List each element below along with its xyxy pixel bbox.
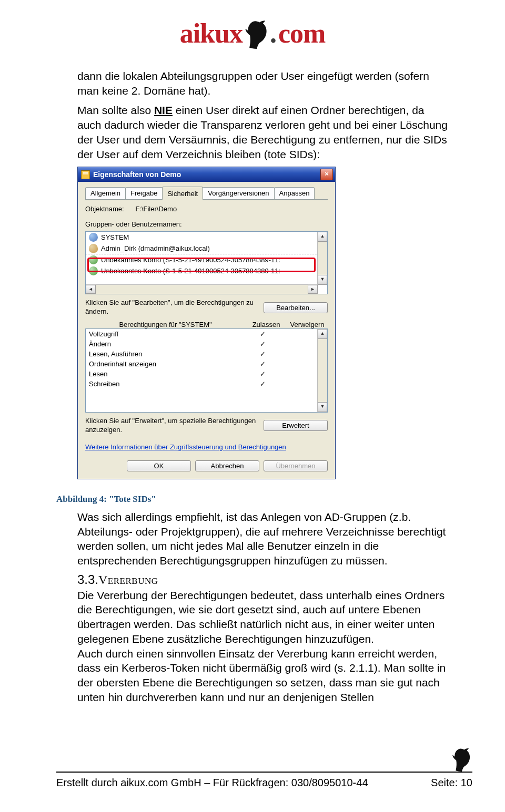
ok-button[interactable]: OK bbox=[127, 460, 191, 471]
list-item: Unbekanntes Konto (S-1-5-21-491900524-30… bbox=[86, 254, 327, 265]
figure-caption: Abbildung 4: "Tote SIDs" bbox=[56, 494, 449, 505]
scroll-up-icon[interactable]: ▲ bbox=[318, 232, 327, 242]
scroll-right-icon[interactable]: ► bbox=[308, 285, 318, 294]
edit-hint: Klicken Sie auf "Bearbeiten", um die Ber… bbox=[85, 299, 258, 316]
list-item: Unbekanntes Konto (S-1-5-21-491900524-30… bbox=[86, 265, 327, 276]
tab-freigabe[interactable]: Freigabe bbox=[125, 187, 163, 199]
paragraph-3: Was sich allerdings empfiehlt, ist das A… bbox=[56, 510, 449, 568]
group-icon bbox=[89, 233, 98, 242]
vertical-scrollbar[interactable]: ▲ ▼ bbox=[317, 232, 327, 285]
edit-button[interactable]: Bearbeiten... bbox=[264, 302, 328, 313]
check-icon: ✓ bbox=[242, 360, 283, 368]
emphasis-nie: NIE bbox=[154, 104, 173, 116]
dialog-titlebar: Eigenschaften von Demo × bbox=[78, 167, 335, 182]
permissions-header: Berechtigungen für "SYSTEM" Zulassen Ver… bbox=[85, 321, 328, 328]
allow-header: Zulassen bbox=[246, 321, 287, 328]
scroll-down-icon[interactable]: ▼ bbox=[318, 275, 327, 285]
more-info-link[interactable]: Weitere Informationen über Zugriffssteue… bbox=[85, 443, 286, 451]
unknown-account-icon bbox=[89, 255, 98, 264]
paragraph-4: Die Vererbung der Berechtigungen bedeute… bbox=[56, 588, 449, 646]
object-name-row: Objektname: F:\Filer\Demo bbox=[85, 205, 328, 213]
properties-dialog: Eigenschaften von Demo × Allgemein Freig… bbox=[77, 167, 336, 479]
paragraph-5: Auch durch einen sinnvollen Einsatz der … bbox=[56, 646, 449, 705]
close-icon[interactable]: × bbox=[320, 169, 333, 180]
check-icon: ✓ bbox=[242, 330, 283, 338]
heading-3-3: 3.3.Vererbung bbox=[56, 572, 449, 587]
tab-allgemein[interactable]: Allgemein bbox=[85, 187, 126, 199]
permission-row: Ändern✓ bbox=[86, 339, 327, 349]
vertical-scrollbar[interactable]: ▲ ▼ bbox=[317, 329, 327, 412]
tab-anpassen[interactable]: Anpassen bbox=[274, 187, 315, 199]
logo-right: com bbox=[278, 18, 325, 49]
permission-row: Ordnerinhalt anzeigen✓ bbox=[86, 359, 327, 369]
logo-dot: . bbox=[270, 18, 276, 49]
permission-row: Lesen✓ bbox=[86, 369, 327, 379]
tab-sicherheit[interactable]: Sicherheit bbox=[162, 187, 203, 200]
cancel-button[interactable]: Abbrechen bbox=[195, 460, 259, 471]
footer-page: Seite: 10 bbox=[431, 773, 472, 789]
scroll-down-icon[interactable]: ▼ bbox=[318, 402, 327, 412]
check-icon: ✓ bbox=[242, 350, 283, 358]
check-icon: ✓ bbox=[242, 370, 283, 378]
check-icon: ✓ bbox=[242, 380, 283, 388]
advanced-hint: Klicken Sie auf "Erweitert", um speziell… bbox=[85, 417, 258, 435]
logo: aikux . com bbox=[0, 0, 505, 49]
user-icon bbox=[89, 244, 98, 253]
paragraph-1: dann die lokalen Abteilungsgruppen oder … bbox=[56, 69, 449, 98]
permission-row: Lesen, Ausführen✓ bbox=[86, 349, 327, 359]
logo-left: aikux bbox=[180, 18, 243, 49]
apply-button[interactable]: Übernehmen bbox=[264, 460, 328, 471]
users-listbox[interactable]: SYSTEM Admin_Dirk (dmadmin@aikux.local) … bbox=[85, 231, 328, 294]
permissions-for-label: Berechtigungen für "SYSTEM" bbox=[85, 321, 246, 328]
paragraph-2: Man sollte also NIE einen User direkt au… bbox=[56, 103, 449, 161]
permission-row: Schreiben✓ bbox=[86, 379, 327, 389]
unknown-account-icon bbox=[89, 266, 98, 275]
crow-icon bbox=[245, 19, 268, 49]
groups-users-label: Gruppen- oder Benutzernamen: bbox=[85, 220, 328, 228]
tab-versionen[interactable]: Vorgängerversionen bbox=[203, 187, 274, 199]
footer-left: Erstellt durch aikux.com GmbH – Für Rück… bbox=[56, 773, 368, 789]
list-item: Admin_Dirk (dmadmin@aikux.local) bbox=[86, 243, 327, 254]
scroll-up-icon[interactable]: ▲ bbox=[318, 329, 327, 339]
check-icon: ✓ bbox=[242, 340, 283, 348]
object-name-value: F:\Filer\Demo bbox=[135, 205, 177, 213]
permission-row: Vollzugriff✓ bbox=[86, 329, 327, 339]
page-footer: Erstellt durch aikux.com GmbH – Für Rück… bbox=[56, 773, 472, 789]
list-item: SYSTEM bbox=[86, 232, 327, 243]
dialog-title: Eigenschaften von Demo bbox=[93, 170, 317, 179]
folder-icon bbox=[81, 170, 90, 179]
deny-header: Verweigern bbox=[287, 321, 328, 328]
permissions-listbox[interactable]: Vollzugriff✓ Ändern✓ Lesen, Ausführen✓ O… bbox=[85, 328, 328, 413]
horizontal-scrollbar[interactable]: ◄ ► bbox=[86, 284, 318, 294]
object-name-label: Objektname: bbox=[85, 205, 124, 213]
crow-icon bbox=[452, 747, 471, 774]
tab-strip: Allgemein Freigabe Sicherheit Vorgängerv… bbox=[85, 186, 328, 200]
scroll-left-icon[interactable]: ◄ bbox=[86, 285, 96, 294]
advanced-button[interactable]: Erweitert bbox=[264, 420, 328, 431]
